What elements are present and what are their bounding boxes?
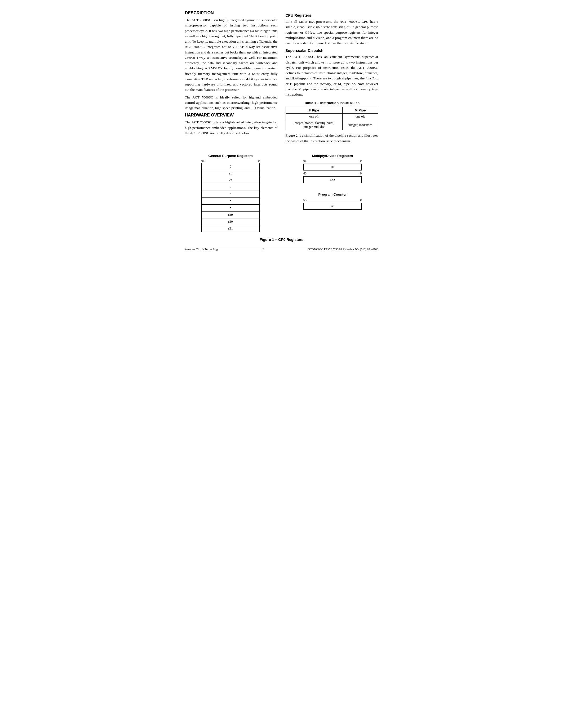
lo-register-box: LO: [304, 176, 362, 183]
lo-bit-low: 0: [360, 172, 362, 176]
table-row-1: one of: one of:: [286, 114, 378, 120]
footer: Aeroflex Circuit Technology 2 SCD7000SC …: [185, 246, 378, 251]
hi-bit-low: 0: [360, 159, 362, 163]
gpr-row-3: •: [202, 184, 259, 191]
table-cell-mpipe-row2: integer, load/store: [342, 120, 378, 130]
table-title: Table 1 – Instruction Issue Rules: [286, 101, 378, 105]
gpr-table: 0 r1 r2 • • • • r29 r30 r31: [201, 163, 259, 232]
hi-register-label: HI: [331, 165, 334, 169]
left-column: DESCRIPTION The ACT 7000SC is a highly i…: [185, 11, 277, 146]
gpr-cell-4: •: [202, 191, 259, 197]
gpr-cell-7: r29: [202, 211, 259, 218]
hi-register-box: HI: [304, 164, 362, 170]
gpr-cell-8: r30: [202, 218, 259, 225]
superscalar-dispatch-para: The ACT 7000SC has an efficient symmetri…: [286, 54, 378, 97]
multiply-divide-diagram: Multiply/Divide Registers 63 0 HI 63 0: [304, 154, 362, 183]
gpr-row-2: r2: [202, 177, 259, 184]
hi-register-block: 63 0 HI: [304, 159, 362, 170]
lo-bit-row: 63 0: [304, 172, 362, 176]
gpr-cell-0: 0: [202, 163, 259, 170]
hi-bit-row: 63 0: [304, 159, 362, 163]
hardware-overview-title: HARDWARE OVERVIEW: [185, 113, 277, 118]
lo-register-label: LO: [330, 178, 335, 182]
diagrams-section: General Purpose Registers 63 0 0 r1 r2 •…: [185, 154, 378, 232]
table-cell-fpipe-row2: integer, branch, floating-point,integer …: [286, 120, 342, 130]
gpr-cell-9: r31: [202, 225, 259, 232]
pc-bit-row: 63 0: [304, 198, 362, 202]
pc-register-block: 63 0 PC: [304, 198, 362, 210]
pc-register-box: PC: [304, 203, 362, 210]
gpr-cell-2: r2: [202, 177, 259, 184]
gpr-cell-6: •: [202, 204, 259, 211]
lo-register-block: 63 0 LO: [304, 172, 362, 183]
table-row-2: integer, branch, floating-point,integer …: [286, 120, 378, 130]
gpr-cell-5: •: [202, 197, 259, 204]
gpr-row-5: •: [202, 197, 259, 204]
footer-doc-info: SCD7000SC REV B 7/30/01 Plainview NY (51…: [308, 248, 378, 251]
cpu-registers-title: CPU Registers: [286, 13, 378, 17]
figure-caption: Figure 1 – CP0 Registers: [185, 237, 378, 242]
table-cell-mpipe-row1: one of:: [342, 114, 378, 120]
multiply-label: Multiply/Divide Registers: [312, 154, 353, 158]
gpr-row-1: r1: [202, 170, 259, 177]
table-cell-fpipe-row1: one of:: [286, 114, 342, 120]
program-counter-diagram: Program Counter 63 0 PC: [304, 192, 362, 210]
right-column: CPU Registers Like all MIPS ISA processo…: [286, 11, 378, 146]
description-para2: The ACT 7000SC is ideally suited for hig…: [185, 95, 277, 111]
gpr-diagram: General Purpose Registers 63 0 0 r1 r2 •…: [201, 154, 259, 232]
gpr-bit-high: 63: [201, 159, 204, 163]
gpr-row-4: •: [202, 191, 259, 197]
gpr-row-0: 0: [202, 163, 259, 170]
right-diagrams: Multiply/Divide Registers 63 0 HI 63 0: [304, 154, 362, 232]
gpr-cell-3: •: [202, 184, 259, 191]
footer-company: Aeroflex Circuit Technology: [185, 248, 218, 251]
footer-page-number: 2: [262, 247, 264, 251]
gpr-row-8: r30: [202, 218, 259, 225]
instruction-issue-table: F Pipe M Pipe one of: one of: integer, b…: [286, 107, 378, 130]
gpr-row-9: r31: [202, 225, 259, 232]
pc-register-label: PC: [331, 204, 335, 208]
pc-label: Program Counter: [319, 192, 347, 196]
description-para1: The ACT 7000SC is a highly integrated sy…: [185, 17, 277, 93]
main-content: DESCRIPTION The ACT 7000SC is a highly i…: [185, 11, 378, 146]
table-header-mpipe: M Pipe: [342, 107, 378, 114]
gpr-row-7: r29: [202, 211, 259, 218]
pc-bit-high: 63: [304, 198, 307, 202]
gpr-header-row: 63 0: [201, 159, 259, 163]
gpr-bit-low: 0: [258, 159, 259, 163]
pc-bit-low: 0: [360, 198, 362, 202]
gpr-row-6: •: [202, 204, 259, 211]
superscalar-dispatch-title: Superscalar Dispatch: [286, 48, 378, 53]
page: DESCRIPTION The ACT 7000SC is a highly i…: [185, 11, 378, 251]
hardware-overview-para: The ACT 7000SC offers a high-level of in…: [185, 120, 277, 136]
gpr-label: General Purpose Registers: [208, 154, 253, 158]
figure2-para: Figure 2 is a simplification of the pipe…: [286, 133, 378, 144]
description-title: DESCRIPTION: [185, 11, 277, 15]
lo-bit-high: 63: [304, 172, 307, 176]
hi-bit-high: 63: [304, 159, 307, 163]
table-header-fpipe: F Pipe: [286, 107, 342, 114]
cpu-registers-para: Like all MIPS ISA processors, the ACT 70…: [286, 19, 378, 46]
gpr-cell-1: r1: [202, 170, 259, 177]
